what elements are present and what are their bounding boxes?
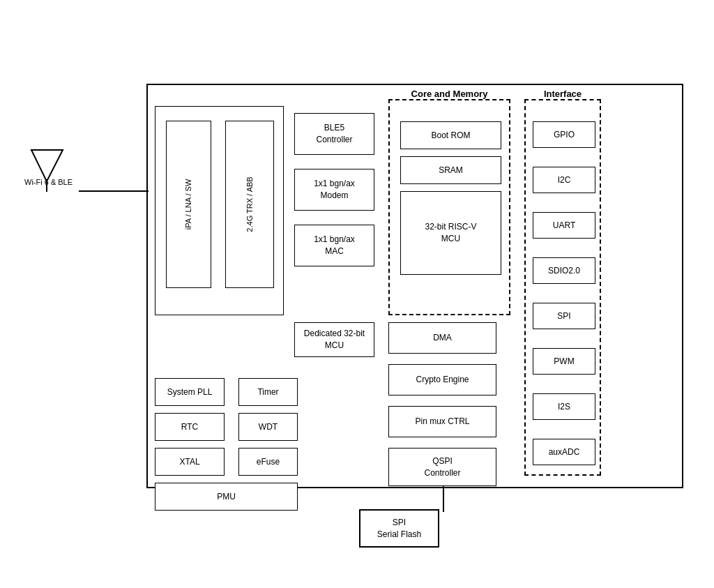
gpio-block: GPIO: [533, 121, 595, 148]
dma-block: DMA: [388, 322, 496, 354]
boot-rom-block: Boot ROM: [400, 121, 501, 149]
ipa-lna-sw-label: iPA / LNA / SW: [185, 179, 193, 230]
timer-block: Timer: [238, 378, 298, 406]
bgn-modem-label: 1x1 bgn/axModem: [314, 178, 355, 202]
dedicated-mcu-label: Dedicated 32-bitMCU: [304, 328, 365, 352]
ipa-lna-sw-block: iPA / LNA / SW: [166, 121, 211, 288]
wdt-block: WDT: [238, 413, 298, 441]
spi-label: SPI: [557, 311, 570, 321]
interface-title: Interface: [524, 89, 601, 99]
bgn-modem-block: 1x1 bgn/axModem: [294, 169, 374, 211]
efuse-label: eFuse: [257, 456, 280, 468]
interface-box: GPIO I2C UART SDIO2.0 SPI PWM: [524, 99, 601, 476]
diagram-container: Wi-Fi 6 & BLE iPA / LNA / SW 2.4G TRX / …: [91, 84, 690, 544]
bgn-mac-block: 1x1 bgn/axMAC: [294, 225, 374, 266]
xtal-block: XTAL: [155, 448, 225, 476]
sram-label: SRAM: [439, 165, 463, 175]
sdio-block: SDIO2.0: [533, 257, 595, 284]
pmu-label: PMU: [217, 491, 236, 503]
svg-marker-0: [31, 150, 63, 181]
qspi-label: QSPIController: [424, 455, 460, 479]
uart-block: UART: [533, 212, 595, 239]
rtc-block: RTC: [155, 413, 225, 441]
rf-box: iPA / LNA / SW 2.4G TRX / ABB: [155, 106, 284, 315]
auxadc-block: auxADC: [533, 439, 595, 465]
spi-block: SPI: [533, 303, 595, 329]
crypto-engine-label: Crypto Engine: [416, 374, 469, 386]
qspi-flash-line: [443, 485, 444, 512]
pwm-block: PWM: [533, 348, 595, 375]
i2c-label: I2C: [558, 175, 571, 185]
trx-abb-block: 2.4G TRX / ABB: [225, 121, 274, 288]
i2s-label: I2S: [558, 402, 570, 412]
efuse-block: eFuse: [238, 448, 298, 476]
system-pll-label: System PLL: [167, 386, 213, 398]
uart-label: UART: [553, 220, 575, 230]
gpio-label: GPIO: [554, 130, 575, 140]
core-memory-box: Boot ROM SRAM 32-bit RISC-VMCU: [388, 99, 510, 315]
main-box: iPA / LNA / SW 2.4G TRX / ABB BLE5Contro…: [146, 84, 683, 488]
spi-flash-block: SPISerial Flash: [359, 509, 439, 548]
pin-mux-label: Pin mux CTRL: [415, 416, 469, 428]
dma-label: DMA: [433, 332, 452, 344]
risc-v-label: 32-bit RISC-VMCU: [425, 221, 476, 245]
ble-controller-label: BLE5Controller: [316, 122, 352, 146]
ble-controller-block: BLE5Controller: [294, 113, 374, 155]
sram-block: SRAM: [400, 156, 501, 184]
sdio-label: SDIO2.0: [548, 266, 580, 276]
dedicated-mcu-block: Dedicated 32-bitMCU: [294, 322, 374, 357]
antenna-symbol: [28, 146, 84, 195]
pwm-label: PWM: [554, 356, 574, 366]
bgn-mac-label: 1x1 bgn/axMAC: [314, 234, 355, 257]
pmu-block: PMU: [155, 483, 298, 511]
risc-v-block: 32-bit RISC-VMCU: [400, 191, 501, 275]
i2c-block: I2C: [533, 167, 595, 193]
xtal-label: XTAL: [179, 456, 199, 468]
boot-rom-label: Boot ROM: [431, 130, 470, 140]
timer-label: Timer: [257, 386, 278, 398]
wifi-ble-label: Wi-Fi 6 & BLE: [24, 178, 73, 186]
auxadc-label: auxADC: [549, 447, 580, 457]
trx-abb-label: 2.4G TRX / ABB: [245, 176, 254, 232]
system-pll-block: System PLL: [155, 378, 225, 406]
spi-flash-label: SPISerial Flash: [377, 517, 421, 541]
qspi-block: QSPIController: [388, 448, 496, 486]
wdt-label: WDT: [259, 421, 278, 433]
crypto-engine-block: Crypto Engine: [388, 364, 496, 395]
pin-mux-block: Pin mux CTRL: [388, 406, 496, 437]
i2s-block: I2S: [533, 393, 595, 420]
antenna-line: [79, 190, 149, 192]
core-memory-title: Core and Memory: [388, 89, 510, 99]
rtc-label: RTC: [181, 421, 198, 433]
